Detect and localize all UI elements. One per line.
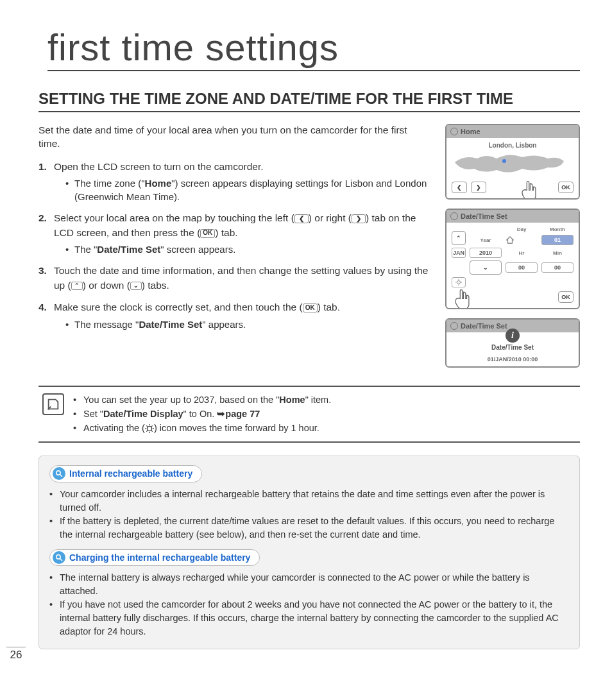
note-box: You can set the year up to 2037, based o… — [38, 386, 580, 443]
step-2-sub: The "Date/Time Set" screen appears. — [65, 243, 431, 256]
year-cell[interactable]: 2010 — [470, 248, 502, 258]
right-button[interactable]: ❯ — [471, 182, 486, 193]
charging-heading: Charging the internal rechargeable batte… — [49, 549, 260, 566]
confirm-stamp: 01/JAN/2010 00:00 — [449, 356, 576, 363]
dst-icon — [145, 424, 154, 433]
svg-line-12 — [151, 431, 153, 432]
right-tab-icon: ❯ — [352, 214, 366, 223]
note-1: You can set the year up to 2037, based o… — [73, 393, 331, 407]
page-title: first time settings — [47, 26, 580, 71]
left-button[interactable]: ❮ — [452, 182, 467, 193]
step-4-sub: The message "Date/Time Set" appears. — [65, 318, 431, 331]
panel-bullet: The internal battery is always recharged… — [49, 571, 569, 598]
panel-bullet: Your camcorder includes a internal recha… — [49, 488, 569, 515]
step-3: 3. Touch the date and time information, … — [38, 264, 431, 293]
panel-bullet: If you have not used the camcorder for a… — [49, 598, 569, 638]
svg-line-16 — [60, 475, 63, 477]
day-cell[interactable]: 01 — [541, 235, 574, 245]
section-heading: SETTING THE TIME ZONE AND DATE/TIME FOR … — [38, 89, 580, 112]
svg-line-11 — [146, 425, 148, 427]
svg-point-15 — [56, 471, 60, 475]
gear-icon — [450, 322, 458, 330]
ok-button[interactable]: OK — [558, 182, 574, 193]
gear-icon — [450, 212, 458, 220]
up-tab-icon: ⌃ — [71, 282, 83, 290]
info-icon: i — [506, 329, 520, 343]
up-button[interactable]: ⌃ — [452, 231, 466, 245]
panel-bullet: If the battery is depleted, the current … — [49, 515, 569, 542]
down-button[interactable]: ⌄ — [470, 260, 502, 275]
down-tab-icon: ⌄ — [130, 282, 142, 290]
home-icon — [506, 236, 514, 244]
ok-button[interactable]: OK — [558, 291, 574, 303]
step-4: 4. Make sure the clock is correctly set,… — [38, 300, 431, 330]
intro-text: Set the date and time of your local area… — [38, 124, 431, 151]
svg-point-17 — [56, 555, 60, 559]
dst-cell[interactable] — [452, 277, 466, 287]
note-2: Set "Date/Time Display" to On. ➥page 77 — [73, 407, 331, 422]
gear-icon — [450, 128, 458, 135]
steps-list: 1. Open the LCD screen to turn on the ca… — [38, 160, 431, 331]
home-screen: Home London, Lisbon ❮ ❯ OK — [445, 124, 580, 200]
month-cell[interactable]: JAN — [452, 248, 466, 258]
page-number: 26 — [6, 647, 26, 662]
svg-line-18 — [60, 558, 63, 561]
step-2: 2. Select your local area on the map by … — [38, 211, 431, 256]
battery-heading: Internal rechargeable battery — [49, 465, 202, 482]
svg-point-0 — [502, 159, 506, 163]
min-cell[interactable]: 00 — [541, 262, 574, 273]
svg-line-14 — [151, 425, 153, 427]
dst-icon — [455, 279, 462, 286]
city-label: London, Lisbon — [452, 142, 574, 149]
hour-cell[interactable]: 00 — [506, 262, 538, 273]
magnifier-icon — [53, 551, 65, 564]
confirm-message: Date/Time Set — [449, 344, 576, 351]
step-1: 1. Open the LCD screen to turn on the ca… — [38, 160, 431, 203]
confirm-screen: Date/Time Set i Date/Time Set 01/JAN/201… — [445, 318, 580, 368]
note-3: Activating the () icon moves the time fo… — [73, 422, 331, 436]
magnifier-icon — [53, 467, 65, 480]
ok-tab-icon: OK — [303, 303, 318, 312]
left-tab-icon: ❮ — [294, 214, 309, 223]
world-map-icon — [452, 149, 567, 178]
step-1-sub: The time zone ("Home") screen appears di… — [65, 176, 431, 203]
datetime-screen: Date/Time Set Day Month Year 01 JAN 2010… — [445, 209, 580, 309]
info-panel: Internal rechargeable battery Your camco… — [38, 456, 580, 649]
svg-line-13 — [146, 431, 148, 432]
svg-point-6 — [147, 426, 151, 431]
note-icon — [42, 393, 64, 415]
ok-tab-icon: OK — [200, 229, 215, 238]
svg-point-1 — [457, 281, 461, 284]
